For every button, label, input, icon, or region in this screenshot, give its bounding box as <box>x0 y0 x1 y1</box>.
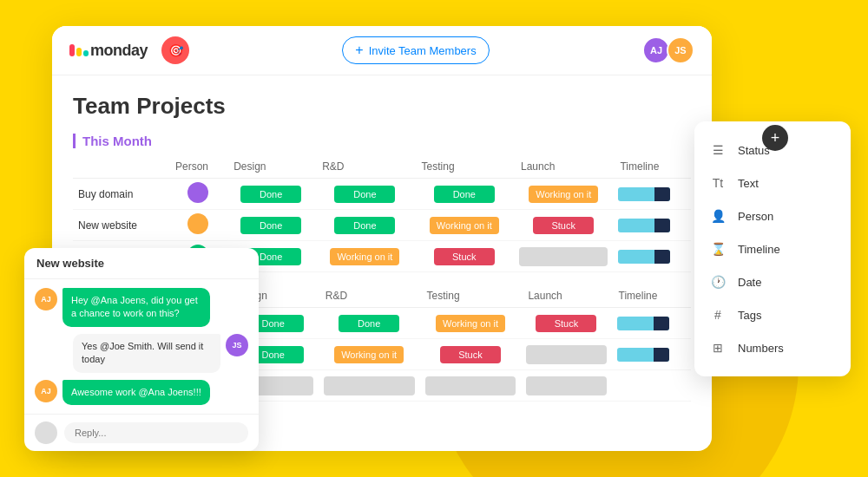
column-picker: ☰StatusTtText👤Person⌛Timeline🕐Date#Tags⊞… <box>694 121 851 376</box>
status-cell: Done <box>315 179 414 210</box>
status-icon: ☰ <box>708 140 727 160</box>
status-cell: Stuck <box>420 339 522 370</box>
column-picker-label: Text <box>738 177 759 190</box>
logo-dot-3 <box>83 50 89 56</box>
status-cell: Working on it <box>319 339 420 370</box>
status-cell: Working on it <box>415 210 514 241</box>
status-cell: Working on it <box>420 308 522 339</box>
timeline-cell <box>612 339 691 370</box>
col-header-rd: R&D <box>315 155 414 179</box>
chat-input-area <box>24 414 259 451</box>
status-cell <box>514 241 613 272</box>
column-picker-item-date[interactable]: 🕐Date <box>694 265 851 298</box>
timeline-icon: ⌛ <box>708 239 727 258</box>
navbar-avatar-2: JS <box>667 36 694 64</box>
chat-bubble: Awesome work @Ana Joens!!! <box>62 380 210 405</box>
column-picker-item-text[interactable]: TtText <box>694 167 851 199</box>
text-icon: Tt <box>708 173 727 193</box>
section-title-1: This Month <box>73 134 691 148</box>
invite-button[interactable]: + Invite Team Members <box>342 36 489 64</box>
chat-header: New website <box>24 248 259 279</box>
chat-bubble: Hey @Ana Joens, did you get a chance to … <box>62 288 210 327</box>
logo-dot-1 <box>69 44 75 56</box>
chat-reply-input[interactable] <box>64 422 248 443</box>
avatar-group: AJ JS <box>642 36 694 64</box>
person-icon: 👤 <box>708 206 727 225</box>
status-cell: Done <box>227 210 315 241</box>
col-header-timeline: Timeline <box>613 155 691 179</box>
status-cell: Stuck <box>415 241 514 272</box>
column-picker-item-timeline[interactable]: ⌛Timeline <box>694 232 851 265</box>
column-picker-label: Tags <box>738 309 761 322</box>
logo-dot-2 <box>76 48 82 56</box>
chat-avatar: AJ <box>35 380 57 402</box>
status-cell: Stuck <box>521 308 611 339</box>
status-cell: Stuck <box>514 210 613 241</box>
status-cell <box>420 370 522 402</box>
col2-header-testing: Testing <box>420 284 522 308</box>
add-column-button[interactable]: + <box>762 125 788 151</box>
timeline-cell <box>613 241 691 272</box>
navbar: monday 🎯 + Invite Team Members AJ JS <box>52 26 712 75</box>
status-cell: Done <box>415 179 514 210</box>
chat-bubble: Yes @Joe Smith. Will send it today <box>73 334 220 373</box>
column-picker-label: Person <box>738 210 773 223</box>
logo-text: monday <box>90 42 148 60</box>
chat-panel: New website AJHey @Ana Joens, did you ge… <box>24 248 259 451</box>
column-picker-item-tags[interactable]: #Tags <box>694 298 851 331</box>
chat-avatar: AJ <box>35 288 57 310</box>
status-cell <box>521 339 611 370</box>
col-header-testing: Testing <box>415 155 514 179</box>
table-row: New websiteDoneDoneWorking on itStuck <box>73 210 691 241</box>
tags-icon: # <box>708 305 727 324</box>
status-cell: Done <box>227 179 315 210</box>
status-cell: Working on it <box>514 179 613 210</box>
column-picker-label: Date <box>738 276 761 289</box>
chat-input-avatar <box>35 421 57 444</box>
chat-message: AJAwesome work @Ana Joens!!! <box>35 380 248 405</box>
chat-message: JSYes @Joe Smith. Will send it today <box>35 334 248 373</box>
chat-message: AJHey @Ana Joens, did you get a chance t… <box>35 288 248 327</box>
table-row: Buy domainDoneDoneDoneWorking on it <box>73 179 691 210</box>
page-title: Team Projects <box>73 93 691 120</box>
invite-plus-icon: + <box>355 42 363 58</box>
timeline-cell <box>613 210 691 241</box>
timeline-cell <box>612 308 691 339</box>
chat-messages: AJHey @Ana Joens, did you get a chance t… <box>24 279 259 414</box>
person-cell <box>168 210 227 241</box>
column-picker-item-numbers[interactable]: ⊞Numbers <box>694 331 851 364</box>
column-picker-item-person[interactable]: 👤Person <box>694 199 851 232</box>
col-header-design: Design <box>227 155 315 179</box>
column-picker-label: Numbers <box>738 342 784 355</box>
col2-header-rd: R&D <box>319 284 420 308</box>
logo-area: monday 🎯 <box>69 36 189 64</box>
status-cell: Done <box>315 210 414 241</box>
status-cell <box>319 370 420 402</box>
col-header-launch: Launch <box>514 155 613 179</box>
col2-header-timeline: Timeline <box>612 284 691 308</box>
task-name: New website <box>73 210 168 241</box>
timeline-cell <box>612 370 691 402</box>
logo-dots <box>69 44 89 56</box>
invite-label: Invite Team Members <box>369 44 477 57</box>
col-header-name <box>73 155 168 179</box>
status-cell: Done <box>319 308 420 339</box>
status-cell: Working on it <box>315 241 414 272</box>
column-picker-label: Timeline <box>738 243 780 256</box>
date-icon: 🕐 <box>708 272 727 291</box>
person-cell <box>168 179 227 210</box>
numbers-icon: ⊞ <box>708 338 727 357</box>
timeline-cell <box>613 179 691 210</box>
col-header-person: Person <box>168 155 227 179</box>
col2-header-launch: Launch <box>521 284 611 308</box>
monday-logo: monday <box>69 42 148 60</box>
chat-avatar: JS <box>226 334 248 356</box>
status-cell <box>521 370 611 402</box>
app-icon: 🎯 <box>161 36 189 64</box>
task-name: Buy domain <box>73 179 168 210</box>
